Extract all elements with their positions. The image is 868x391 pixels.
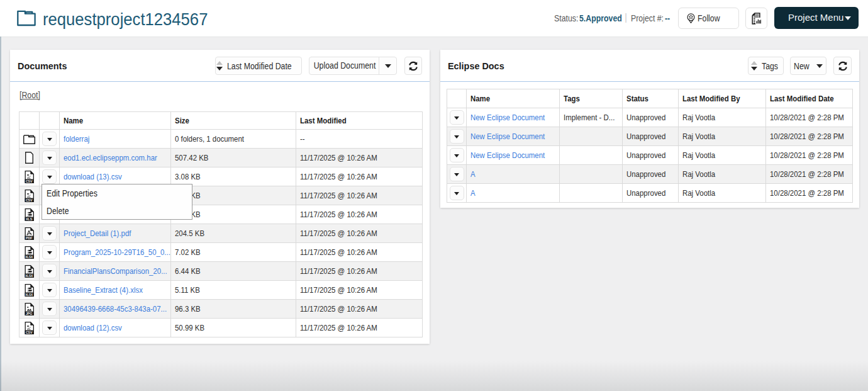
- svg-text:XLSX: XLSX: [25, 273, 33, 277]
- svg-text:CSV: CSV: [26, 330, 33, 334]
- svg-text:CSV: CSV: [26, 179, 33, 183]
- svg-text:PDF: PDF: [26, 235, 33, 239]
- svg-text:CSV: CSV: [26, 198, 33, 201]
- svg-text:XLSX: XLSX: [25, 292, 33, 296]
- svg-text:XLS: XLS: [26, 217, 33, 220]
- svg-text:XLSX: XLSX: [25, 254, 33, 258]
- svg-text:JPG: JPG: [26, 311, 33, 315]
